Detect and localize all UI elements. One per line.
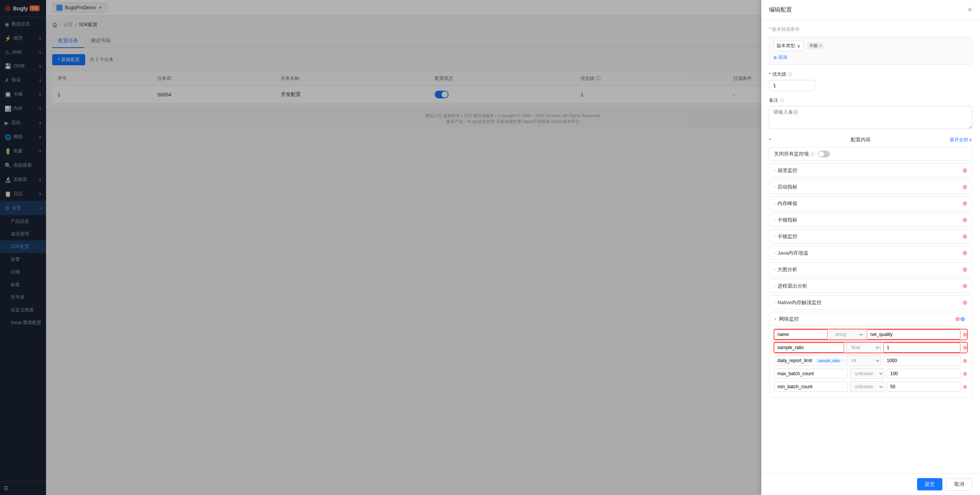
- remove-icon[interactable]: ⊗: [962, 282, 967, 290]
- close-all-monitors-item: 关闭所有监控项 ⓘ: [769, 147, 972, 161]
- priority-input[interactable]: [769, 80, 815, 91]
- remove-icon[interactable]: ⊗: [962, 216, 967, 223]
- network-param-row-1: string int float unknown ⊗: [774, 329, 967, 340]
- chevron-down-icon: ∨: [797, 43, 800, 49]
- cancel-button[interactable]: 取消: [946, 478, 972, 490]
- param-remove-icon-1[interactable]: ⊗: [963, 331, 967, 338]
- remove-icon[interactable]: ⊗: [962, 266, 967, 273]
- panel-header: 编辑配置 ✕: [761, 0, 980, 20]
- chevron-right-icon: ›: [774, 168, 775, 172]
- version-type-select[interactable]: 版本类型 ∨: [773, 41, 804, 51]
- param-type-select-2[interactable]: float string int unknown: [846, 342, 881, 353]
- config-item-label: 内存峰值: [777, 200, 962, 207]
- panel-footer: 提交 取消: [761, 473, 980, 495]
- config-item-header[interactable]: › 卡顿监控 ⊗: [769, 230, 972, 243]
- close-icon[interactable]: ✕: [967, 6, 972, 13]
- priority-section: 优先级 ⓘ: [769, 71, 972, 91]
- config-item-header[interactable]: › 内存峰值 ⊗: [769, 197, 972, 210]
- side-panel: 编辑配置 ✕ * 版本筛选条件 版本类型 ∨ 不限 ✕: [761, 0, 980, 495]
- config-item-header[interactable]: › 大图分析 ⊗: [769, 263, 972, 276]
- expand-all-chevron: ∨: [969, 137, 972, 142]
- config-item-label: 网络监控: [779, 316, 955, 323]
- param-name-input-4[interactable]: [774, 369, 848, 379]
- tag-remove-icon[interactable]: ✕: [819, 43, 822, 48]
- config-item-header[interactable]: › Java内存池溢 ⊗: [769, 246, 972, 260]
- param-value-input-5[interactable]: [887, 382, 960, 392]
- config-item-header[interactable]: › Native内存触顶监控 ⊗: [769, 296, 972, 309]
- config-item-label: 进程退出分析: [777, 283, 962, 290]
- config-item-label: 卡顿指标: [777, 217, 962, 223]
- remove-icon[interactable]: ⊗: [962, 200, 967, 207]
- network-params-area: string int float unknown ⊗: [769, 326, 972, 397]
- param-type-select-4[interactable]: unknown int string float: [850, 368, 884, 379]
- note-section: 备注 ⓘ: [769, 97, 972, 130]
- remove-icon[interactable]: ⊗: [955, 315, 960, 323]
- param-name-input-1[interactable]: [774, 329, 828, 339]
- remove-icon[interactable]: ⊗: [962, 167, 967, 174]
- config-item-header[interactable]: › 启动指标 ⊗: [769, 180, 972, 194]
- param-remove-icon-3[interactable]: ⊗: [963, 358, 967, 364]
- chevron-right-icon: ›: [774, 284, 775, 288]
- config-item-header[interactable]: › 崩溃监控 ⊗: [769, 164, 972, 177]
- param-value-input-1[interactable]: [867, 329, 960, 339]
- remove-icon[interactable]: ⊗: [962, 299, 967, 306]
- config-content-label: 配置内容: [851, 136, 871, 143]
- config-item-network-monitor: ∨ 网络监控 ⊗ ⊕ string int float unknown: [769, 312, 972, 398]
- param-remove-icon-4[interactable]: ⊗: [963, 371, 967, 377]
- note-label-text: 备注: [769, 97, 778, 104]
- config-item-label: 崩溃监控: [777, 167, 962, 174]
- config-item-process-exit: › 进程退出分析 ⊗: [769, 279, 972, 293]
- config-item-label: Native内存触顶监控: [777, 299, 962, 306]
- priority-label: 优先级 ⓘ: [769, 71, 972, 78]
- network-param-row-4: unknown int string float ⊗: [774, 368, 967, 379]
- note-info-icon[interactable]: ⓘ: [780, 98, 784, 103]
- param-type-select-5[interactable]: unknown int string float: [850, 381, 884, 392]
- plus-icon: ⊕: [773, 55, 777, 60]
- remove-icon[interactable]: ⊗: [962, 183, 967, 190]
- config-item-java-oom: › Java内存池溢 ⊗: [769, 246, 972, 260]
- config-content-section: * 配置内容 展开全部 ∨ 关闭所有监控项 ⓘ › 崩溃监控: [769, 136, 972, 398]
- param-remove-icon-2[interactable]: ⊗: [963, 344, 967, 351]
- param-type-select-1[interactable]: string int float unknown: [830, 329, 865, 340]
- remove-icon[interactable]: ⊗: [962, 249, 967, 257]
- note-label: 备注 ⓘ: [769, 97, 972, 104]
- add-icon[interactable]: ⊕: [960, 315, 965, 323]
- tag-text: 不限: [809, 43, 818, 49]
- config-item-header[interactable]: › 进程退出分析 ⊗: [769, 279, 972, 293]
- submit-button[interactable]: 提交: [917, 478, 942, 490]
- param-name-input-3[interactable]: [774, 356, 844, 366]
- add-condition-link[interactable]: ⊕ 添加: [773, 54, 968, 61]
- network-param-row-3: sample_ratio int string float unknown ⊗: [774, 355, 967, 366]
- close-all-monitors-toggle[interactable]: [818, 151, 830, 157]
- config-item-label: Java内存池溢: [777, 250, 962, 257]
- close-all-monitors-header[interactable]: 关闭所有监控项 ⓘ: [769, 147, 972, 161]
- panel-title: 编辑配置: [769, 6, 792, 13]
- config-item-network-header[interactable]: ∨ 网络监控 ⊗ ⊕: [769, 312, 972, 326]
- expand-all-text: 展开全部: [950, 137, 968, 143]
- config-item-label: 启动指标: [777, 184, 962, 190]
- chevron-right-icon: ›: [774, 185, 775, 189]
- config-item-native-memory: › Native内存触顶监控 ⊗: [769, 295, 972, 310]
- note-textarea[interactable]: [769, 106, 972, 129]
- expand-all-link[interactable]: 展开全部 ∨: [950, 137, 972, 143]
- version-filter-label-text: * 版本筛选条件: [769, 26, 800, 33]
- config-item-header[interactable]: › 卡顿指标 ⊗: [769, 213, 972, 227]
- remove-icon[interactable]: ⊗: [962, 233, 967, 240]
- param-name-input-5[interactable]: [774, 382, 848, 392]
- config-item-stuck-monitor: › 卡顿监控 ⊗: [769, 229, 972, 243]
- config-item-stuck-indicator: › 卡顿指标 ⊗: [769, 213, 972, 227]
- config-content-header: * 配置内容 展开全部 ∨: [769, 136, 972, 143]
- config-item-crash-monitor: › 崩溃监控 ⊗: [769, 163, 972, 177]
- chevron-down-icon: ∨: [774, 317, 777, 321]
- priority-info-icon[interactable]: ⓘ: [788, 71, 792, 77]
- param-value-input-3[interactable]: [883, 356, 960, 366]
- param-remove-icon-5[interactable]: ⊗: [963, 384, 967, 390]
- config-item-label: 大图分析: [777, 266, 962, 273]
- chevron-right-icon: ›: [774, 267, 775, 272]
- config-item-startup-indicator: › 启动指标 ⊗: [769, 180, 972, 194]
- param-value-input-4[interactable]: [887, 369, 960, 379]
- param-name-input-2[interactable]: [774, 343, 844, 353]
- priority-label-text: 优先级: [772, 71, 786, 78]
- param-value-input-2[interactable]: [883, 343, 960, 353]
- param-type-select-3[interactable]: int string float unknown: [846, 355, 881, 366]
